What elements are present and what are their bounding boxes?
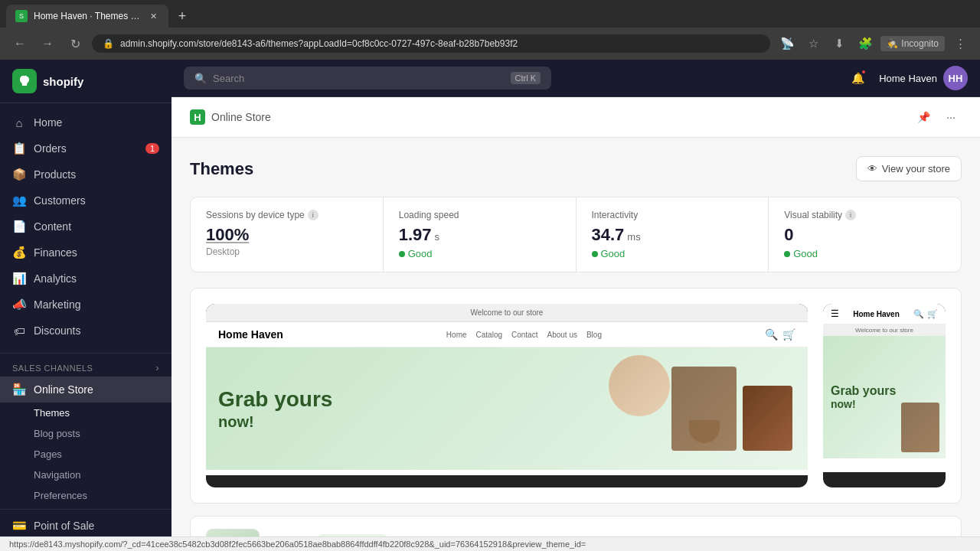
sidebar-sub-item-preferences[interactable]: Preferences: [0, 485, 172, 506]
visual-value: 0: [784, 225, 793, 245]
avatar-initials: HH: [949, 73, 963, 84]
sidebar-item-customers[interactable]: 👥 Customers: [0, 187, 172, 214]
shopify-logo-text: shopify: [43, 75, 83, 88]
products-icon: 📦: [12, 168, 26, 181]
sidebar-sub-item-pages[interactable]: Pages: [0, 444, 172, 465]
sidebar-item-marketing[interactable]: 📣 Marketing: [0, 292, 172, 318]
mobile-header: ☰ Home Haven 🔍 🛒: [823, 304, 946, 324]
search-placeholder: Search: [213, 73, 244, 84]
breadcrumb-actions: 📌 ···: [913, 106, 962, 128]
incognito-badge[interactable]: 🕵 Incognito: [880, 36, 945, 51]
store-avatar[interactable]: Home Haven HH: [879, 66, 968, 90]
more-button[interactable]: ···: [940, 106, 962, 128]
app-layout: shopify ⌂ Home 📋 Orders 1 📦 Products 👥 C…: [0, 60, 980, 536]
forward-button[interactable]: →: [37, 33, 58, 54]
incognito-label: Incognito: [901, 38, 939, 49]
sidebar-sub-blog-label: Blog posts: [34, 428, 80, 439]
view-store-button[interactable]: 👁 View your store: [856, 156, 962, 181]
refresh-button[interactable]: ↻: [64, 33, 86, 54]
sidebar-sub-item-blog-posts[interactable]: Blog posts: [0, 423, 172, 444]
interactivity-value: 34.7: [592, 225, 625, 245]
new-tab-button[interactable]: +: [172, 5, 193, 27]
interactivity-label: Interactivity: [592, 210, 753, 220]
loading-good: Good: [399, 248, 560, 259]
sessions-info-icon[interactable]: i: [308, 210, 318, 220]
sidebar-item-products[interactable]: 📦 Products: [0, 161, 172, 187]
theme-info-row: Sense Current theme Last saved: Monday a…: [190, 516, 962, 536]
orders-badge: 1: [145, 143, 159, 154]
preview-header: Home Haven Home Catalog Contact About us…: [206, 322, 808, 347]
interactivity-good-label: Good: [601, 248, 626, 259]
preview-hero-text: Grab yours: [218, 386, 332, 412]
search-nav-icon: 🔍: [765, 328, 778, 341]
pos-icon: 💳: [12, 519, 26, 533]
sidebar-item-content[interactable]: 📄 Content: [0, 214, 172, 240]
right-panel: 🔍 Search Ctrl K 🔔 Home Haven HH: [172, 60, 980, 536]
sidebar-item-products-label: Products: [34, 168, 76, 181]
back-button[interactable]: ←: [9, 33, 31, 54]
page-title: Themes: [190, 159, 253, 179]
marketing-icon: 📣: [12, 298, 26, 311]
loading-value: 1.97: [399, 225, 432, 245]
visual-info-icon[interactable]: i: [845, 210, 856, 220]
sidebar-item-online-store[interactable]: 🏪 Online Store: [0, 377, 172, 403]
shopify-logo[interactable]: shopify: [12, 69, 83, 93]
sales-channels-expand[interactable]: ›: [156, 363, 160, 373]
loading-good-dot: [399, 251, 405, 257]
mobile-url-bar: Welcome to our store: [823, 324, 946, 336]
mobile-preview-inner: ☰ Home Haven 🔍 🛒 Welcome to our store: [823, 304, 946, 472]
mobile-hero-text: Grab yours: [831, 384, 896, 398]
notifications-button[interactable]: 🔔: [845, 66, 870, 90]
download-icon[interactable]: ⬇: [828, 33, 850, 54]
extension-icon[interactable]: 🧩: [854, 33, 876, 54]
stat-card-sessions: Sessions by device type i 100% Desktop: [191, 197, 384, 272]
stats-cards: Sessions by device type i 100% Desktop L…: [190, 197, 962, 272]
sidebar-item-analytics-label: Analytics: [34, 272, 77, 285]
sidebar-item-orders-label: Orders: [34, 142, 67, 155]
pin-button[interactable]: 📌: [913, 106, 934, 128]
breadcrumb-label: Online Store: [211, 111, 271, 123]
sidebar-item-discounts[interactable]: 🏷 Discounts: [0, 318, 172, 344]
mobile-hero: Grab yours now!: [823, 336, 946, 458]
incognito-icon: 🕵: [887, 38, 898, 49]
home-icon: ⌂: [12, 116, 26, 129]
page-header: Themes 👁 View your store: [190, 156, 962, 181]
preview-url-text: Welcome to our store: [471, 308, 544, 317]
status-url: https://de8143.myshopify.com/?_cd=41cee3…: [9, 540, 586, 549]
tab-close-button[interactable]: ✕: [147, 10, 159, 22]
pin-icon: 📌: [917, 111, 930, 123]
interactivity-good-dot: [592, 251, 598, 257]
sidebar-item-home[interactable]: ⌂ Home: [0, 109, 172, 135]
finances-icon: 💰: [12, 246, 26, 259]
analytics-icon: 📊: [12, 272, 26, 285]
lock-icon: 🔒: [103, 38, 114, 49]
sidebar-sub-preferences-label: Preferences: [34, 490, 87, 501]
search-shortcut: Ctrl K: [511, 72, 541, 84]
sidebar-item-analytics[interactable]: 📊 Analytics: [0, 266, 172, 292]
breadcrumb-icon: H: [190, 109, 205, 125]
sidebar-sub-themes-label: Themes: [34, 407, 70, 419]
sidebar-sub-item-themes[interactable]: Themes: [0, 403, 172, 423]
address-bar[interactable]: 🔒 admin.shopify.com/store/de8143-a6/them…: [92, 34, 770, 53]
store-name: Home Haven: [879, 73, 937, 84]
sidebar-item-finances-label: Finances: [34, 246, 77, 259]
sidebar-item-point-of-sale[interactable]: 💳 Point of Sale: [0, 513, 172, 536]
visual-good-dot: [784, 251, 790, 257]
sidebar-sub-navigation-label: Navigation: [34, 469, 80, 481]
sidebar-sub-item-navigation[interactable]: Navigation: [0, 465, 172, 485]
active-tab[interactable]: S Home Haven · Themes · Shopifi... ✕: [6, 5, 168, 28]
sidebar-item-finances[interactable]: 💰 Finances: [0, 240, 172, 266]
stat-card-loading: Loading speed 1.97 s Good: [384, 197, 577, 272]
browser-chrome: S Home Haven · Themes · Shopifi... ✕ + ←…: [0, 0, 980, 60]
sidebar-item-home-label: Home: [34, 116, 62, 129]
sidebar-item-content-label: Content: [34, 220, 71, 233]
visual-good-label: Good: [793, 248, 818, 259]
search-bar[interactable]: 🔍 Search Ctrl K: [184, 67, 551, 90]
bookmark-icon[interactable]: ☆: [802, 33, 824, 54]
menu-icon[interactable]: ⋮: [949, 33, 971, 54]
status-bar: https://de8143.myshopify.com/?_cd=41cee3…: [0, 536, 980, 551]
content-icon: 📄: [12, 220, 26, 233]
sidebar-item-orders[interactable]: 📋 Orders 1: [0, 135, 172, 161]
preview-nav: Home Catalog Contact About us Blog: [446, 331, 602, 339]
cast-icon[interactable]: 📡: [776, 33, 798, 54]
